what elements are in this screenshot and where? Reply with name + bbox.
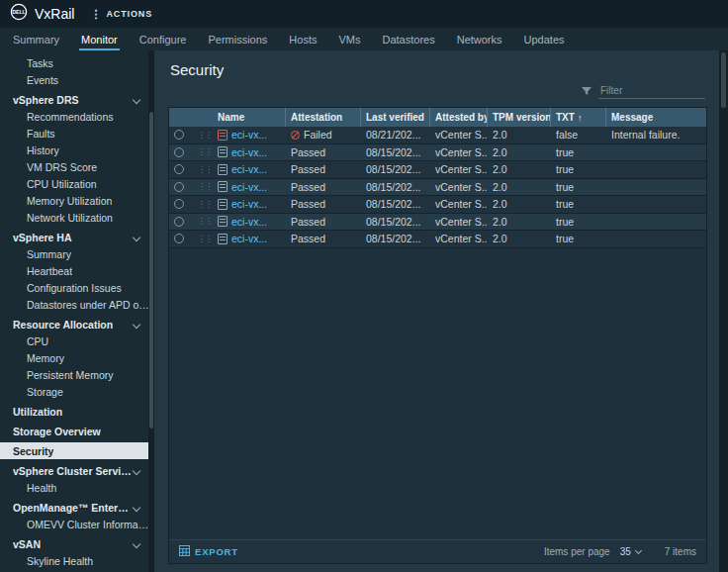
sidebar-item-utilization[interactable]: Utilization	[0, 403, 154, 420]
sidebar-item-recommendations[interactable]: Recommendations	[0, 108, 154, 125]
tab-configure[interactable]: Configure	[129, 28, 198, 50]
sidebar-item-storage-overview[interactable]: Storage Overview	[0, 423, 154, 439]
vertical-dots-icon: ⋮	[90, 8, 102, 21]
drag-handle-icon[interactable]: ⋮⋮	[198, 131, 212, 140]
sidebar-item-skyline-health[interactable]: Skyline Health	[0, 552, 154, 569]
attestation-cell: Passed	[286, 146, 361, 158]
window-scrollbar[interactable]	[719, 50, 728, 572]
actions-label: ACTIONS	[106, 9, 152, 19]
attestation-failed-icon	[291, 131, 300, 140]
row-radio-button[interactable]	[174, 130, 184, 140]
sidebar-item-datastores-apd[interactable]: Datastores under APD or P...	[0, 296, 154, 313]
host-name-link[interactable]: eci-vx...	[231, 129, 267, 141]
row-radio-button[interactable]	[174, 217, 184, 227]
actions-button[interactable]: ⋮ ACTIONS	[90, 8, 152, 21]
drag-handle-icon[interactable]: ⋮⋮	[198, 182, 212, 191]
host-name-link[interactable]: eci-vx...	[231, 216, 267, 228]
host-icon	[218, 146, 228, 157]
table-row[interactable]: ⋮⋮ eci-vx... Passed 08/15/202... vCenter…	[169, 231, 706, 248]
sidebar-item-persistent-memory[interactable]: Persistent Memory	[0, 366, 154, 383]
scrollbar-thumb[interactable]	[721, 52, 726, 108]
host-icon	[218, 181, 228, 192]
row-radio-button[interactable]	[174, 164, 184, 174]
sidebar-item-faults[interactable]: Faults	[0, 125, 154, 142]
host-icon	[218, 199, 228, 210]
host-name-link[interactable]: eci-vx...	[231, 163, 267, 175]
tab-permissions[interactable]: Permissions	[197, 28, 278, 50]
attested-by-cell: vCenter S...	[430, 198, 488, 210]
sidebar-item-openmanage-enterprise[interactable]: OpenManage™ Enterpris...	[0, 499, 154, 516]
drag-handle-icon[interactable]: ⋮⋮	[198, 235, 212, 243]
sidebar-item-history[interactable]: History	[0, 142, 154, 158]
sidebar-scrollbar[interactable]	[148, 50, 154, 572]
sidebar-item-storage[interactable]: Storage	[0, 383, 154, 400]
table-row[interactable]: ⋮⋮ eci-vx... Passed 08/15/202... vCenter…	[169, 144, 706, 162]
sidebar-item-vsphere-ha[interactable]: vSphere HA	[0, 229, 154, 245]
tab-datastores[interactable]: Datastores	[371, 28, 445, 50]
sidebar-item-heartbeat[interactable]: Heartbeat	[0, 262, 154, 279]
drag-handle-icon[interactable]: ⋮⋮	[198, 200, 212, 209]
attested-by-cell: vCenter S...	[430, 233, 488, 244]
tab-summary[interactable]: Summary	[2, 28, 70, 50]
txt-cell: true	[551, 163, 606, 175]
attested-by-cell: vCenter S...	[430, 146, 488, 158]
host-name-link[interactable]: eci-vx...	[231, 198, 267, 210]
table-row[interactable]: ⋮⋮ eci-vx... Failed 08/21/202... vCenter…	[169, 127, 706, 144]
sidebar-item-vsan[interactable]: vSAN	[0, 535, 154, 552]
host-name-link[interactable]: eci-vx...	[231, 146, 267, 158]
table-row[interactable]: ⋮⋮ eci-vx... Passed 08/15/202... vCenter…	[169, 196, 706, 214]
sidebar-item-resource-allocation[interactable]: Resource Allocation	[0, 316, 154, 333]
table-footer: EXPORT Items per page 35 7 items	[169, 539, 706, 563]
last-verified-cell: 08/15/202...	[361, 216, 430, 228]
row-radio-button[interactable]	[174, 234, 184, 243]
sidebar-item-configuration-issues[interactable]: Configuration Issues	[0, 279, 154, 296]
export-grid-icon	[179, 545, 190, 558]
host-name-link[interactable]: eci-vx...	[231, 181, 267, 193]
row-radio-button[interactable]	[174, 199, 184, 209]
sidebar-item-security[interactable]: Security	[0, 442, 154, 459]
drag-handle-icon[interactable]: ⋮⋮	[198, 165, 212, 174]
last-verified-cell: 08/21/202...	[361, 129, 430, 141]
sidebar-item-network-utilization[interactable]: Network Utilization	[0, 209, 154, 226]
column-header-name[interactable]: Name	[213, 108, 286, 127]
sidebar-item-vsphere-cluster-services[interactable]: vSphere Cluster Services	[0, 462, 154, 479]
sidebar-item-cpu-utilization[interactable]: CPU Utilization	[0, 175, 154, 192]
filter-input[interactable]	[598, 83, 705, 99]
items-per-page-select[interactable]: 35	[620, 546, 641, 557]
drag-handle-icon[interactable]: ⋮⋮	[198, 147, 212, 156]
table-row[interactable]: ⋮⋮ eci-vx... Passed 08/15/202... vCenter…	[169, 214, 706, 232]
sidebar-item-memory[interactable]: Memory	[0, 349, 154, 366]
txt-cell: false	[551, 129, 606, 141]
column-header-tpm-version[interactable]: TPM version	[488, 108, 551, 127]
tab-networks[interactable]: Networks	[446, 28, 513, 50]
host-name-link[interactable]: eci-vx...	[231, 233, 267, 244]
sidebar-item-summary[interactable]: Summary	[0, 245, 154, 262]
sidebar-item-vm-drs-score[interactable]: VM DRS Score	[0, 158, 154, 175]
sidebar-item-omevv-cluster-information[interactable]: OMEVV Cluster Information	[0, 516, 154, 532]
row-radio-button[interactable]	[174, 182, 184, 192]
tab-updates[interactable]: Updates	[513, 28, 576, 50]
column-header-last-verified[interactable]: Last verified	[361, 108, 430, 127]
column-header-txt[interactable]: TXT↑	[551, 108, 606, 127]
export-label: EXPORT	[195, 546, 238, 557]
sidebar-item-cpu[interactable]: CPU	[0, 333, 154, 349]
export-button[interactable]: EXPORT	[179, 545, 238, 558]
table-row[interactable]: ⋮⋮ eci-vx... Passed 08/15/202... vCenter…	[169, 179, 706, 197]
column-header-message[interactable]: Message	[606, 108, 706, 127]
column-header-attested-by[interactable]: Attested by	[430, 108, 488, 127]
host-icon	[218, 234, 228, 244]
txt-cell: true	[551, 216, 606, 228]
tab-monitor[interactable]: Monitor	[70, 28, 129, 50]
column-header-attestation[interactable]: Attestation	[286, 108, 361, 127]
tab-vms[interactable]: VMs	[327, 28, 371, 50]
tab-hosts[interactable]: Hosts	[278, 28, 327, 50]
scrollbar-thumb[interactable]	[149, 112, 153, 429]
sidebar-item-memory-utilization[interactable]: Memory Utilization	[0, 192, 154, 209]
table-row[interactable]: ⋮⋮ eci-vx... Passed 08/15/202... vCenter…	[169, 161, 706, 179]
sidebar-item-events[interactable]: Events	[0, 71, 154, 88]
sidebar-item-health[interactable]: Health	[0, 479, 154, 496]
row-radio-button[interactable]	[174, 147, 184, 157]
sidebar-item-vsphere-drs[interactable]: vSphere DRS	[0, 91, 154, 108]
drag-handle-icon[interactable]: ⋮⋮	[198, 217, 212, 226]
sidebar-item-tasks[interactable]: Tasks	[0, 54, 154, 71]
